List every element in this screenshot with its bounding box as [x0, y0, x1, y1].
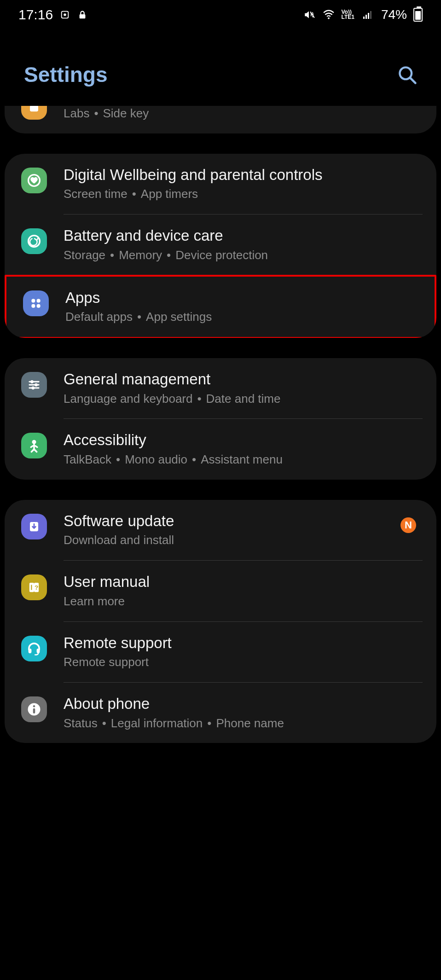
settings-item-subtitle-part: Default apps [65, 310, 133, 324]
settings-item-body: General managementLanguage and keyboard•… [64, 370, 423, 406]
settings-item-subtitle-part: Remote support [64, 655, 149, 669]
settings-item-subtitle-part: Storage [64, 248, 105, 262]
settings-item-subtitle-part: Phone name [216, 716, 284, 730]
notification-badge: N [400, 517, 416, 533]
search-button[interactable] [394, 62, 420, 87]
mute-vibrate-icon [303, 8, 316, 21]
info-icon [21, 696, 47, 722]
media-icon [59, 9, 70, 20]
settings-item-title: Apps [65, 289, 421, 307]
svg-line-10 [410, 78, 415, 83]
status-bar: 17:16 Vo)) LTE1 74% [0, 0, 441, 29]
settings-item-subtitle-part: Memory [119, 248, 162, 262]
settings-item-apps[interactable]: AppsDefault apps•App settings [6, 277, 435, 337]
settings-item-user-manual[interactable]: User manualLearn more [5, 561, 436, 621]
highlight-annotation: AppsDefault apps•App settings [5, 275, 436, 338]
separator-dot: • [110, 248, 114, 262]
svg-point-1 [64, 13, 66, 16]
settings-item-title: Remote support [64, 634, 423, 652]
settings-item-title: Accessibility [64, 431, 423, 449]
settings-item-body: About phoneStatus•Legal information•Phon… [64, 695, 423, 731]
separator-dot: • [94, 106, 98, 120]
settings-item-subtitle-part: Assistant menu [201, 452, 283, 466]
heart-ring-icon [21, 168, 47, 193]
settings-item-subtitle: Download and install [64, 533, 400, 548]
settings-item-body: Labs•Side key [64, 106, 423, 122]
settings-header: Settings [0, 29, 441, 106]
settings-item-title: Battery and device care [64, 226, 423, 245]
headset-icon [21, 636, 47, 661]
update-icon [21, 514, 47, 539]
settings-item-subtitle: Learn more [64, 594, 423, 609]
settings-item-subtitle-part: App settings [146, 310, 212, 324]
battery-icon [413, 8, 423, 22]
separator-dot: • [207, 716, 211, 730]
page-title: Settings [24, 62, 107, 87]
settings-item-subtitle: Labs•Side key [64, 106, 423, 122]
separator-dot: • [137, 310, 141, 324]
settings-item-advanced-features[interactable]: Labs•Side key [5, 106, 436, 133]
settings-item-subtitle-part: TalkBack [64, 452, 111, 466]
svg-rect-5 [363, 17, 365, 19]
settings-item-about-phone[interactable]: About phoneStatus•Legal information•Phon… [5, 683, 436, 743]
separator-dot: • [102, 716, 106, 730]
settings-item-subtitle: Storage•Memory•Device protection [64, 248, 423, 263]
settings-item-subtitle-part: App timers [141, 187, 198, 201]
settings-item-battery-device-care[interactable]: Battery and device careStorage•Memory•De… [5, 215, 436, 275]
settings-item-general-management[interactable]: General managementLanguage and keyboard•… [5, 358, 436, 418]
settings-list: Labs•Side keyDigital Wellbeing and paren… [0, 106, 441, 782]
ring-refresh-icon [21, 228, 47, 254]
settings-item-subtitle: Default apps•App settings [65, 309, 421, 325]
lock-icon [77, 9, 88, 20]
manual-icon [21, 574, 47, 600]
settings-item-remote-support[interactable]: Remote supportRemote support [5, 622, 436, 682]
settings-item-title: General management [64, 370, 423, 389]
settings-item-subtitle: Language and keyboard•Date and time [64, 391, 423, 407]
volte-icon: Vo)) LTE1 [342, 10, 354, 20]
settings-group: Digital Wellbeing and parental controlsS… [5, 154, 436, 338]
person-icon [21, 433, 47, 458]
status-time: 17:16 [18, 7, 53, 23]
sliders-icon [21, 372, 47, 398]
wifi-icon [322, 8, 335, 21]
settings-item-body: Software updateDownload and install [64, 512, 400, 548]
settings-item-accessibility[interactable]: AccessibilityTalkBack•Mono audio•Assista… [5, 419, 436, 479]
settings-item-subtitle-part: Download and install [64, 533, 174, 547]
settings-group: General managementLanguage and keyboard•… [5, 358, 436, 480]
separator-dot: • [167, 248, 171, 262]
settings-group: Labs•Side key [5, 106, 436, 133]
settings-item-title: About phone [64, 695, 423, 713]
settings-item-body: Battery and device careStorage•Memory•De… [64, 226, 423, 263]
svg-point-4 [328, 17, 330, 19]
settings-item-subtitle-part: Language and keyboard [64, 392, 192, 406]
settings-item-software-update[interactable]: Software updateDownload and installN [5, 500, 436, 560]
separator-dot: • [197, 392, 201, 406]
settings-item-subtitle-part: Labs [64, 106, 89, 120]
settings-group: Software updateDownload and installNUser… [5, 500, 436, 743]
separator-dot: • [192, 452, 196, 466]
svg-rect-7 [368, 13, 369, 19]
settings-item-body: AccessibilityTalkBack•Mono audio•Assista… [64, 431, 423, 467]
separator-dot: • [116, 452, 120, 466]
search-icon [397, 64, 417, 85]
svg-rect-2 [80, 14, 86, 18]
settings-item-subtitle: Remote support [64, 655, 423, 670]
settings-item-title: Digital Wellbeing and parental controls [64, 166, 423, 184]
settings-item-subtitle-part: Date and time [206, 392, 281, 406]
plus-puzzle-icon [21, 106, 47, 120]
settings-item-subtitle-part: Mono audio [125, 452, 187, 466]
settings-item-title: Software update [64, 512, 400, 530]
settings-item-digital-wellbeing[interactable]: Digital Wellbeing and parental controlsS… [5, 154, 436, 214]
settings-item-subtitle-part: Device protection [175, 248, 268, 262]
four-dots-icon [23, 290, 49, 316]
settings-item-title: User manual [64, 573, 423, 591]
settings-item-subtitle: Screen time•App timers [64, 186, 423, 202]
svg-rect-8 [370, 11, 371, 19]
settings-item-subtitle: Status•Legal information•Phone name [64, 716, 423, 731]
settings-item-body: User manualLearn more [64, 573, 423, 609]
settings-item-subtitle-part: Side key [103, 106, 149, 120]
settings-item-subtitle-part: Status [64, 716, 98, 730]
separator-dot: • [132, 187, 136, 201]
settings-item-body: Digital Wellbeing and parental controlsS… [64, 166, 423, 202]
battery-percent: 74% [381, 7, 407, 22]
